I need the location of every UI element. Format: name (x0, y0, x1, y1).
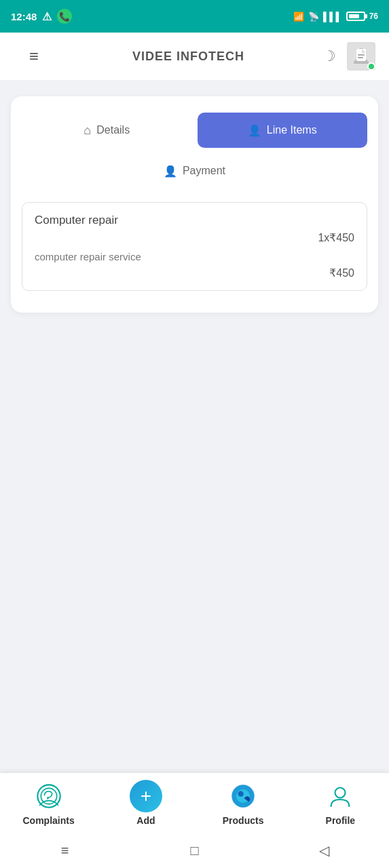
online-indicator (367, 62, 375, 71)
tabs-row: ⌂ Details 👤 Line Items (22, 113, 367, 148)
line-item-row: Computer repair 1x₹450 computer repair s… (22, 202, 367, 291)
header-icons: ☽ (322, 42, 375, 71)
products-icon-wrap (227, 780, 259, 812)
add-label: Add (136, 815, 155, 826)
svg-rect-4 (358, 57, 363, 58)
main-content: ⌂ Details 👤 Line Items 👤 Payment Compute… (0, 80, 389, 773)
app-header: ≡ VIDEE INFOTECH ☽ (0, 33, 389, 80)
tab-line-items[interactable]: 👤 Line Items (198, 113, 368, 148)
add-icon: + (130, 780, 162, 812)
avatar-wrapper[interactable] (347, 42, 375, 71)
tab-details-label: Details (96, 124, 130, 136)
svg-point-11 (335, 788, 346, 798)
products-icon (229, 783, 257, 810)
system-menu-button[interactable]: ≡ (45, 837, 86, 864)
bottom-nav: Complaints + Add Products Profile (0, 773, 389, 833)
nav-products[interactable]: Products (195, 780, 292, 826)
complaints-icon (35, 783, 62, 810)
item-qty-price: 1x₹450 (35, 231, 354, 244)
battery-icon (346, 12, 365, 21)
app-title: VIDEE INFOTECH (132, 50, 244, 64)
menu-button[interactable]: ≡ (14, 43, 54, 70)
tab-line-items-label: Line Items (267, 124, 317, 136)
item-description: computer repair service (35, 251, 354, 262)
system-back-button[interactable]: ◁ (304, 837, 345, 864)
item-name: Computer repair (35, 214, 354, 227)
system-home-icon: □ (190, 843, 198, 859)
time-display: 12:48 (11, 11, 37, 22)
line-items-container: Computer repair 1x₹450 computer repair s… (22, 202, 367, 291)
hamburger-icon: ≡ (29, 47, 39, 66)
profile-icon (327, 783, 354, 810)
item-total: ₹450 (35, 267, 354, 279)
theme-toggle-icon[interactable]: ☽ (322, 47, 336, 65)
status-right: 📶 📡 ▌▌▌ 76 (293, 12, 378, 22)
tab-payment[interactable]: 👤 Payment (142, 153, 247, 189)
status-left: 12:48 ⚠ 📞 (11, 9, 72, 24)
profile-icon-wrap (324, 780, 356, 812)
signal-bars: ▌▌▌ (323, 12, 342, 22)
system-menu-icon: ≡ (61, 843, 69, 859)
complaints-icon-wrap (33, 780, 65, 812)
phone-icon: 📞 (57, 9, 72, 24)
wifi-icon: 📶 (293, 12, 304, 22)
battery-level: 76 (369, 12, 378, 21)
svg-point-7 (47, 797, 49, 800)
system-nav-bar: ≡ □ ◁ (0, 833, 389, 868)
tab-payment-label: Payment (183, 165, 225, 177)
system-home-button[interactable]: □ (174, 837, 215, 864)
add-icon-wrap: + (130, 780, 162, 812)
nav-profile[interactable]: Profile (292, 780, 389, 826)
main-card: ⌂ Details 👤 Line Items 👤 Payment Compute… (11, 96, 378, 313)
system-back-icon: ◁ (319, 842, 329, 859)
complaints-label: Complaints (23, 815, 75, 826)
signal-icon: 📡 (308, 12, 319, 22)
status-bar: 12:48 ⚠ 📞 📶 📡 ▌▌▌ 76 (0, 0, 389, 33)
tab-details[interactable]: ⌂ Details (22, 113, 192, 148)
warning-icon: ⚠ (42, 10, 52, 23)
nav-add[interactable]: + Add (97, 780, 194, 826)
products-label: Products (223, 815, 264, 826)
svg-point-10 (238, 791, 244, 797)
payment-person-icon: 👤 (164, 165, 177, 178)
person-icon: 👤 (248, 124, 261, 137)
tabs-row2: 👤 Payment (22, 153, 367, 189)
profile-label: Profile (326, 815, 356, 826)
nav-complaints[interactable]: Complaints (0, 780, 97, 826)
home-icon: ⌂ (84, 123, 91, 138)
svg-rect-3 (358, 54, 365, 56)
